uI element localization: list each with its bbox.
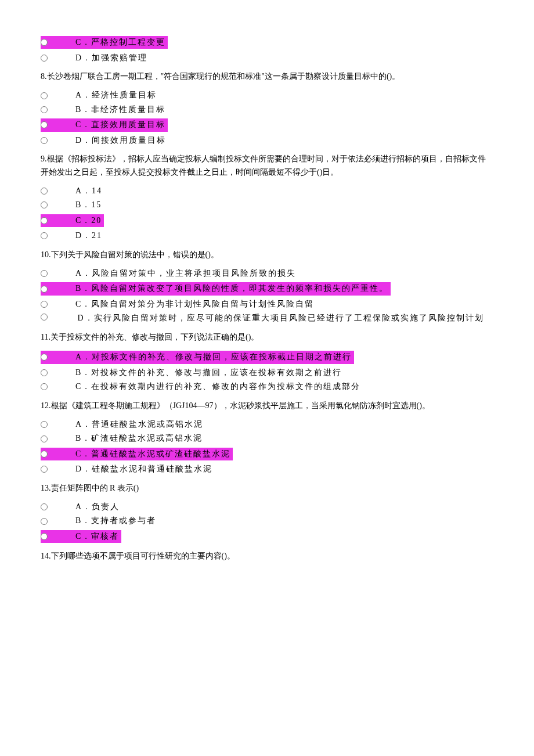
q8-option-d[interactable]: D．间接效用质量目标 (41, 134, 493, 147)
option-label: A．风险自留对策中，业主将承担项目风险所致的损失 (75, 267, 296, 280)
q13-option-b[interactable]: B．支持者或参与者 (41, 514, 493, 527)
question-13-text: 13.责任矩阵图中的 R 表示() (41, 482, 493, 495)
option-label: C．在投标有效期内进行的补充、修改的内容作为投标文件的组成部分 (75, 380, 360, 393)
q10-option-d[interactable]: D．实行风险自留对策时，应尽可能的保证重大项目风险已经进行了工程保险或实施了风险… (41, 312, 493, 325)
option-label: A．普通硅酸盐水泥或高铝水泥 (75, 418, 203, 431)
question-11-text: 11.关于投标文件的补充、修改与撤回，下列说法正确的是()。 (41, 331, 493, 344)
radio-icon[interactable] (41, 369, 48, 376)
q11-option-b[interactable]: B．对投标文件的补充、修改与撤回，应该在投标有效期之前进行 (41, 366, 493, 379)
q13-option-a[interactable]: A．负责人 (41, 501, 493, 513)
radio-icon[interactable] (41, 383, 48, 390)
radio-icon[interactable] (41, 466, 48, 473)
question-9-text: 9.根据《招标投标法》，招标人应当确定投标人编制投标文件所需要的合理时间，对于依… (41, 153, 493, 179)
q12-option-c[interactable]: C．普通硅酸盐水泥或矿渣硅酸盐水泥 (41, 448, 233, 460)
q8-option-a[interactable]: A．经济性质量目标 (41, 89, 493, 102)
radio-icon[interactable] (41, 503, 48, 510)
option-label: C．直接效用质量目标 (75, 118, 165, 131)
option-label: B．对投标文件的补充、修改与撤回，应该在投标有效期之前进行 (75, 366, 342, 379)
option-label: C．普通硅酸盐水泥或矿渣硅酸盐水泥 (75, 448, 230, 460)
option-label: B．非经济性质量目标 (75, 103, 165, 116)
q7-option-d[interactable]: D．加强索赔管理 (41, 52, 493, 64)
question-14-text: 14.下列哪些选项不属于项目可行性研究的主要内容()。 (41, 550, 493, 563)
radio-icon[interactable] (41, 314, 48, 321)
option-label: D．加强索赔管理 (75, 52, 147, 64)
radio-icon[interactable] (41, 533, 48, 540)
radio-icon[interactable] (41, 137, 48, 144)
question-12-text: 12.根据《建筑工程冬期施工规程》（JGJ104—97），水泥砂浆找平层施工，当… (41, 399, 493, 412)
q9-option-b[interactable]: B．15 (41, 199, 493, 211)
radio-icon[interactable] (41, 232, 48, 239)
radio-icon[interactable] (41, 286, 48, 293)
option-label: B．15 (75, 199, 102, 211)
q9-option-a[interactable]: A．14 (41, 185, 493, 197)
option-label: C．审核者 (75, 530, 119, 543)
q8-option-c[interactable]: C．直接效用质量目标 (41, 118, 168, 131)
option-label: B．风险自留对策改变了项目风险的性质，即其发生的频率和损失的严重性。 (75, 282, 388, 295)
radio-icon[interactable] (41, 451, 48, 458)
radio-icon[interactable] (41, 270, 48, 277)
option-label: B．支持者或参与者 (75, 514, 156, 527)
option-label: D．21 (75, 229, 102, 242)
q8-option-b[interactable]: B．非经济性质量目标 (41, 103, 493, 116)
option-label: C．风险自留对策分为非计划性风险自留与计划性风险自留 (75, 298, 314, 311)
q9-option-d[interactable]: D．21 (41, 229, 493, 242)
radio-icon[interactable] (41, 188, 48, 195)
option-label: B．矿渣硅酸盐水泥或高铝水泥 (75, 432, 203, 445)
radio-icon[interactable] (41, 421, 48, 428)
q10-option-c[interactable]: C．风险自留对策分为非计划性风险自留与计划性风险自留 (41, 298, 493, 311)
q12-option-d[interactable]: D．硅酸盐水泥和普通硅酸盐水泥 (41, 463, 493, 476)
radio-icon[interactable] (41, 92, 48, 99)
radio-icon[interactable] (41, 39, 48, 46)
option-label: D．硅酸盐水泥和普通硅酸盐水泥 (75, 463, 212, 476)
radio-icon[interactable] (41, 301, 48, 308)
question-10-text: 10.下列关于风险自留对策的说法中，错误的是()。 (41, 249, 493, 261)
radio-icon[interactable] (41, 121, 48, 128)
q9-option-c[interactable]: C．20 (41, 214, 104, 227)
option-label: A．14 (75, 185, 102, 197)
radio-icon[interactable] (41, 518, 48, 525)
option-label: D．间接效用质量目标 (75, 134, 166, 147)
q11-option-a[interactable]: A．对投标文件的补充、修改与撤回，应该在投标截止日期之前进行 (41, 351, 354, 363)
radio-icon[interactable] (41, 354, 48, 361)
option-label: A．负责人 (75, 501, 120, 513)
q11-option-c[interactable]: C．在投标有效期内进行的补充、修改的内容作为投标文件的组成部分 (41, 380, 493, 393)
q12-option-a[interactable]: A．普通硅酸盐水泥或高铝水泥 (41, 418, 493, 431)
radio-icon[interactable] (41, 106, 48, 113)
q10-option-b[interactable]: B．风险自留对策改变了项目风险的性质，即其发生的频率和损失的严重性。 (41, 282, 391, 295)
option-label: A．对投标文件的补充、修改与撤回，应该在投标截止日期之前进行 (75, 351, 352, 363)
radio-icon[interactable] (41, 435, 48, 442)
q10-option-a[interactable]: A．风险自留对策中，业主将承担项目风险所致的损失 (41, 267, 493, 280)
option-label: C．严格控制工程变更 (75, 36, 165, 49)
question-8-text: 8.长沙卷烟厂联合工房一期工程，"符合国家现行的规范和标准"这一条属于勘察设计质… (41, 70, 493, 83)
q7-option-c[interactable]: C．严格控制工程变更 (41, 36, 168, 49)
radio-icon[interactable] (41, 217, 48, 224)
option-label: A．经济性质量目标 (75, 89, 157, 102)
option-label: C．20 (75, 214, 102, 227)
radio-icon[interactable] (41, 55, 48, 62)
q13-option-c[interactable]: C．审核者 (41, 530, 121, 543)
q12-option-b[interactable]: B．矿渣硅酸盐水泥或高铝水泥 (41, 432, 493, 445)
option-label: D．实行风险自留对策时，应尽可能的保证重大项目风险已经进行了工程保险或实施了风险… (78, 314, 484, 322)
radio-icon[interactable] (41, 201, 48, 208)
